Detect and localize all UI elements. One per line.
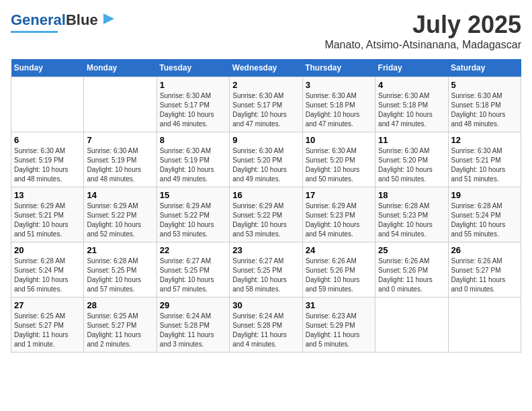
calendar-day-cell: 27Sunrise: 6:25 AM Sunset: 5:27 PM Dayli… xyxy=(11,298,84,353)
day-number: 18 xyxy=(378,190,445,200)
calendar-day-cell: 2Sunrise: 6:30 AM Sunset: 5:17 PM Daylig… xyxy=(230,77,302,132)
day-number: 29 xyxy=(160,300,226,310)
day-number: 2 xyxy=(232,80,299,90)
day-number: 9 xyxy=(232,135,299,145)
weekday-header: Tuesday xyxy=(157,59,229,77)
day-info: Sunrise: 6:29 AM Sunset: 5:21 PM Dayligh… xyxy=(14,201,81,239)
calendar-week-row: 6Sunrise: 6:30 AM Sunset: 5:19 PM Daylig… xyxy=(11,132,521,187)
calendar-day-cell: 17Sunrise: 6:29 AM Sunset: 5:23 PM Dayli… xyxy=(302,187,375,242)
calendar-day-cell: 10Sunrise: 6:30 AM Sunset: 5:20 PM Dayli… xyxy=(302,132,375,187)
day-info: Sunrise: 6:23 AM Sunset: 5:29 PM Dayligh… xyxy=(306,312,372,349)
day-info: Sunrise: 6:29 AM Sunset: 5:23 PM Dayligh… xyxy=(306,201,372,239)
day-info: Sunrise: 6:28 AM Sunset: 5:25 PM Dayligh… xyxy=(87,257,153,294)
day-info: Sunrise: 6:30 AM Sunset: 5:21 PM Dayligh… xyxy=(451,146,518,184)
calendar-week-row: 13Sunrise: 6:29 AM Sunset: 5:21 PM Dayli… xyxy=(11,187,521,242)
calendar-day-cell: 1Sunrise: 6:30 AM Sunset: 5:17 PM Daylig… xyxy=(157,77,229,132)
day-info: Sunrise: 6:30 AM Sunset: 5:19 PM Dayligh… xyxy=(160,146,226,184)
calendar-day-cell: 28Sunrise: 6:25 AM Sunset: 5:27 PM Dayli… xyxy=(84,298,157,353)
day-number: 19 xyxy=(451,190,518,200)
day-number: 12 xyxy=(451,135,518,145)
day-number: 3 xyxy=(306,80,372,90)
day-info: Sunrise: 6:29 AM Sunset: 5:22 PM Dayligh… xyxy=(232,201,299,239)
weekday-header: Saturday xyxy=(448,59,521,77)
day-number: 16 xyxy=(232,190,299,200)
calendar-day-cell: 4Sunrise: 6:30 AM Sunset: 5:18 PM Daylig… xyxy=(375,77,448,132)
calendar-day-cell: 13Sunrise: 6:29 AM Sunset: 5:21 PM Dayli… xyxy=(11,187,84,242)
calendar-table: SundayMondayTuesdayWednesdayThursdayFrid… xyxy=(11,59,521,353)
calendar-day-cell: 22Sunrise: 6:27 AM Sunset: 5:25 PM Dayli… xyxy=(157,242,229,298)
calendar-day-cell: 11Sunrise: 6:30 AM Sunset: 5:20 PM Dayli… xyxy=(375,132,448,187)
day-info: Sunrise: 6:30 AM Sunset: 5:18 PM Dayligh… xyxy=(378,91,445,129)
day-number: 20 xyxy=(14,245,81,255)
day-number: 24 xyxy=(306,245,372,255)
day-info: Sunrise: 6:30 AM Sunset: 5:19 PM Dayligh… xyxy=(14,146,81,184)
logo-arrow-icon xyxy=(101,12,116,27)
day-info: Sunrise: 6:25 AM Sunset: 5:27 PM Dayligh… xyxy=(87,312,153,349)
day-number: 26 xyxy=(451,245,518,255)
logo-text: GeneralBlue xyxy=(11,13,98,28)
day-number: 30 xyxy=(232,300,299,310)
day-number: 23 xyxy=(232,245,299,255)
day-info: Sunrise: 6:30 AM Sunset: 5:18 PM Dayligh… xyxy=(451,91,518,129)
day-info: Sunrise: 6:28 AM Sunset: 5:23 PM Dayligh… xyxy=(378,201,445,239)
day-info: Sunrise: 6:27 AM Sunset: 5:25 PM Dayligh… xyxy=(160,257,226,294)
day-info: Sunrise: 6:30 AM Sunset: 5:19 PM Dayligh… xyxy=(87,146,153,184)
day-number: 17 xyxy=(306,190,372,200)
weekday-header: Friday xyxy=(375,59,448,77)
day-info: Sunrise: 6:24 AM Sunset: 5:28 PM Dayligh… xyxy=(160,312,226,349)
day-number: 5 xyxy=(451,80,518,90)
day-number: 8 xyxy=(160,135,226,145)
calendar-day-cell: 6Sunrise: 6:30 AM Sunset: 5:19 PM Daylig… xyxy=(11,132,84,187)
calendar-week-row: 20Sunrise: 6:28 AM Sunset: 5:24 PM Dayli… xyxy=(11,242,521,298)
calendar-day-cell xyxy=(11,77,84,132)
svg-marker-0 xyxy=(103,13,114,24)
calendar-day-cell: 15Sunrise: 6:29 AM Sunset: 5:22 PM Dayli… xyxy=(157,187,229,242)
day-number: 1 xyxy=(160,80,226,90)
day-info: Sunrise: 6:29 AM Sunset: 5:22 PM Dayligh… xyxy=(87,201,153,239)
day-number: 28 xyxy=(87,300,153,310)
day-info: Sunrise: 6:24 AM Sunset: 5:28 PM Dayligh… xyxy=(232,312,299,349)
calendar-day-cell: 7Sunrise: 6:30 AM Sunset: 5:19 PM Daylig… xyxy=(84,132,157,187)
calendar-day-cell: 9Sunrise: 6:30 AM Sunset: 5:20 PM Daylig… xyxy=(230,132,302,187)
day-info: Sunrise: 6:26 AM Sunset: 5:27 PM Dayligh… xyxy=(451,257,518,294)
day-info: Sunrise: 6:30 AM Sunset: 5:18 PM Dayligh… xyxy=(306,91,372,129)
day-number: 15 xyxy=(160,190,226,200)
day-number: 31 xyxy=(306,300,372,310)
calendar-day-cell: 20Sunrise: 6:28 AM Sunset: 5:24 PM Dayli… xyxy=(11,242,84,298)
day-number: 4 xyxy=(378,80,445,90)
day-info: Sunrise: 6:28 AM Sunset: 5:24 PM Dayligh… xyxy=(14,257,81,294)
title-block: July 2025 Manato, Atsimo-Atsinanana, Mad… xyxy=(324,11,521,51)
calendar-day-cell: 29Sunrise: 6:24 AM Sunset: 5:28 PM Dayli… xyxy=(157,298,229,353)
day-number: 27 xyxy=(14,300,81,310)
day-number: 21 xyxy=(87,245,153,255)
calendar-day-cell: 24Sunrise: 6:26 AM Sunset: 5:26 PM Dayli… xyxy=(302,242,375,298)
calendar-week-row: 1Sunrise: 6:30 AM Sunset: 5:17 PM Daylig… xyxy=(11,77,521,132)
page-title: July 2025 xyxy=(324,11,521,39)
calendar-day-cell: 16Sunrise: 6:29 AM Sunset: 5:22 PM Dayli… xyxy=(230,187,302,242)
calendar-day-cell: 23Sunrise: 6:27 AM Sunset: 5:25 PM Dayli… xyxy=(230,242,302,298)
day-info: Sunrise: 6:26 AM Sunset: 5:26 PM Dayligh… xyxy=(306,257,372,294)
calendar-day-cell: 26Sunrise: 6:26 AM Sunset: 5:27 PM Dayli… xyxy=(448,242,521,298)
day-number: 6 xyxy=(14,135,81,145)
day-number: 13 xyxy=(14,190,81,200)
day-number: 11 xyxy=(378,135,445,145)
day-number: 22 xyxy=(160,245,226,255)
calendar-day-cell: 21Sunrise: 6:28 AM Sunset: 5:25 PM Dayli… xyxy=(84,242,157,298)
calendar-day-cell xyxy=(448,298,521,353)
day-info: Sunrise: 6:30 AM Sunset: 5:17 PM Dayligh… xyxy=(160,91,226,129)
weekday-header: Sunday xyxy=(11,59,84,77)
day-info: Sunrise: 6:27 AM Sunset: 5:25 PM Dayligh… xyxy=(232,257,299,294)
page-header: GeneralBlue July 2025 Manato, Atsimo-Ats… xyxy=(11,11,521,51)
day-info: Sunrise: 6:30 AM Sunset: 5:17 PM Dayligh… xyxy=(232,91,299,129)
day-number: 25 xyxy=(378,245,445,255)
calendar-day-cell: 5Sunrise: 6:30 AM Sunset: 5:18 PM Daylig… xyxy=(448,77,521,132)
logo: GeneralBlue xyxy=(11,11,116,33)
day-info: Sunrise: 6:25 AM Sunset: 5:27 PM Dayligh… xyxy=(14,312,81,349)
day-number: 7 xyxy=(87,135,153,145)
weekday-header: Monday xyxy=(84,59,157,77)
calendar-day-cell: 14Sunrise: 6:29 AM Sunset: 5:22 PM Dayli… xyxy=(84,187,157,242)
calendar-day-cell: 8Sunrise: 6:30 AM Sunset: 5:19 PM Daylig… xyxy=(157,132,229,187)
day-info: Sunrise: 6:30 AM Sunset: 5:20 PM Dayligh… xyxy=(378,146,445,184)
calendar-day-cell: 25Sunrise: 6:26 AM Sunset: 5:26 PM Dayli… xyxy=(375,242,448,298)
weekday-header: Wednesday xyxy=(230,59,302,77)
